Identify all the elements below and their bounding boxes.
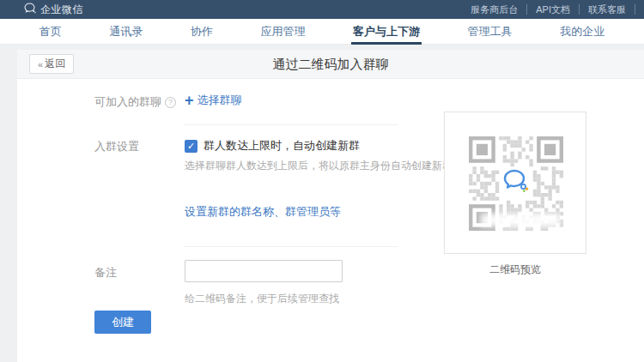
nav-item-home[interactable]: 首页 <box>38 19 64 44</box>
select-group-link-label: 选择群聊 <box>197 93 242 108</box>
topbar: 企业微信 服务商后台 API文档 联系客服 <box>0 0 644 19</box>
main-nav: 首页 通讯录 协作 应用管理 客户与上下游 管理工具 我的企业 <box>0 19 644 45</box>
content-panel: « 返回 通过二维码加入群聊 可加入的群聊 ? + 选择群聊 入群设置 ✓ 群人… <box>17 50 644 362</box>
brand-name: 企业微信 <box>40 3 83 17</box>
brand-logo[interactable]: 企业微信 <box>24 2 83 17</box>
remark-input[interactable] <box>185 260 343 282</box>
qr-watermark-blur <box>481 214 560 226</box>
auto-create-group-checkbox-label: 群人数达上限时，自动创建新群 <box>204 138 360 154</box>
topbar-links: 服务商后台 API文档 联系客服 <box>462 4 635 15</box>
panel-header: « 返回 通过二维码加入群聊 <box>17 50 644 79</box>
info-icon[interactable]: ? <box>165 97 176 108</box>
qr-preview-caption: 二维码预览 <box>444 262 586 277</box>
nav-item-admin-tools[interactable]: 管理工具 <box>466 19 514 44</box>
joinable-group-label: 可加入的群聊 ? <box>94 94 176 110</box>
chat-bubble-icon <box>24 2 36 17</box>
form-divider <box>185 124 398 125</box>
remark-label: 备注 <box>94 265 117 281</box>
form-divider <box>185 246 398 247</box>
nav-item-my-company[interactable]: 我的企业 <box>558 19 606 44</box>
join-settings-label: 入群设置 <box>94 139 139 154</box>
create-button[interactable]: 创建 <box>94 311 151 334</box>
nav-item-customers[interactable]: 客户与上下游 <box>351 19 422 44</box>
nav-item-app-management[interactable]: 应用管理 <box>258 19 307 44</box>
configure-new-group-link[interactable]: 设置新群的群名称、群管理员等 <box>185 204 341 220</box>
plus-icon: + <box>185 93 194 108</box>
nav-item-contacts[interactable]: 通讯录 <box>107 19 144 44</box>
remark-description: 给二维码备注，便于后续管理查找 <box>185 292 339 306</box>
nav-item-collaboration[interactable]: 协作 <box>189 19 215 44</box>
auto-create-group-checkbox-row[interactable]: ✓ 群人数达上限时，自动创建新群 <box>185 138 360 154</box>
topbar-link-contact-support[interactable]: 联系客服 <box>580 4 635 15</box>
select-group-link[interactable]: + 选择群聊 <box>185 93 242 108</box>
checkbox-checked-icon[interactable]: ✓ <box>185 140 197 153</box>
wecom-logo-icon <box>502 169 530 196</box>
join-settings-description: 选择群聊群人数达到上限后，将以原群主身份自动创建新群 <box>185 159 453 173</box>
topbar-link-provider[interactable]: 服务商后台 <box>462 4 527 15</box>
qr-preview-box <box>444 112 586 254</box>
topbar-link-api-docs[interactable]: API文档 <box>527 4 580 15</box>
page-title: 通过二维码加入群聊 <box>17 50 644 79</box>
